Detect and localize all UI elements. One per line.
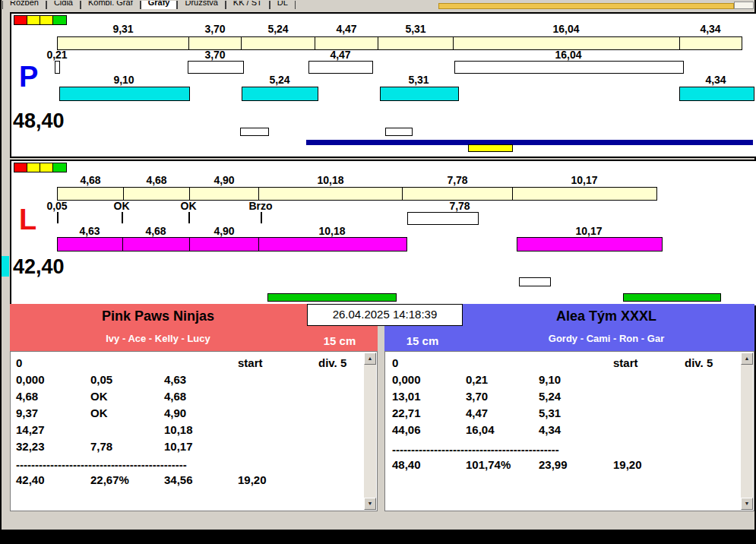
- lane-time-label: 4,68: [80, 174, 100, 186]
- table-cell: OK: [90, 406, 108, 419]
- table-total-split: 19,20: [613, 458, 642, 471]
- table-cell: 32,23: [16, 440, 45, 453]
- table-cell: 44,06: [392, 423, 421, 436]
- team-left-name: Pink Paws Ninjas: [102, 308, 214, 324]
- table-cell: 4,90: [164, 406, 186, 419]
- table-cell: 10,17: [164, 440, 193, 453]
- green-bar: [267, 293, 397, 302]
- white-marker: [240, 128, 269, 136]
- lane-letter-l: L: [19, 205, 36, 234]
- table-cell: 0,21: [466, 373, 488, 386]
- table-total-time: 48,40: [392, 458, 421, 471]
- runner-bar-magenta: [122, 237, 191, 251]
- lane-segment: [378, 37, 454, 49]
- table-total-time: 42,40: [16, 473, 45, 486]
- lane-time-label: 4,47: [336, 23, 356, 35]
- lane-segment: [680, 37, 742, 49]
- top-right-box: [734, 2, 754, 9]
- tick-mark: [261, 212, 262, 223]
- lane-total-p: 48,40: [13, 111, 65, 131]
- lane-time-label: 9,31: [112, 23, 133, 35]
- team-left-members: Ivy - Ace - Kelly - Lucy: [106, 333, 210, 344]
- table-cell: 9,10: [539, 373, 561, 386]
- split-bar: [55, 61, 60, 74]
- table-cell: 9,37: [16, 406, 38, 419]
- table-total-split: 19,20: [238, 473, 267, 486]
- start-light-green: [52, 15, 67, 25]
- graph-panel-p: 9,31 3,70 5,24 4,47 5,31 16,04 4,34 0,21…: [10, 12, 756, 158]
- lane-segment: [259, 188, 403, 200]
- team-left-hurdle-height: 15 cm: [324, 334, 356, 347]
- scroll-down-button[interactable]: ▼: [364, 498, 376, 510]
- lane-segment: [58, 37, 189, 49]
- team-left-table: 0 start div. 5 0,000 0,05 4,63 4,68 OK 4…: [10, 351, 378, 511]
- tab-bar: Rozběh Čidla Kombi. Graf Grafy Družstva …: [2, 1, 458, 9]
- tab-kombi-graf[interactable]: Kombi. Graf: [81, 1, 141, 9]
- runner-time-label: 4,90: [214, 225, 234, 237]
- lane-time-label: 7,78: [447, 174, 467, 186]
- lane-letter-p: P: [19, 62, 38, 91]
- table-cell: 16,04: [466, 423, 495, 436]
- runner-bar-magenta: [57, 237, 124, 251]
- table-total-sum: 23,99: [539, 458, 568, 471]
- tab-kk-st[interactable]: KK / ST: [226, 1, 270, 9]
- team-right-hurdle-height: 15 cm: [406, 334, 439, 347]
- scroll-up-button[interactable]: ▲: [741, 353, 753, 365]
- runner-time-label: 10,18: [318, 225, 345, 237]
- team-right-members: Gordy - Cami - Ron - Gar: [549, 333, 664, 344]
- lane-segment: [242, 37, 315, 49]
- runner-bar-cyan: [242, 87, 318, 101]
- split-bar: [308, 61, 373, 74]
- green-bar: [623, 293, 721, 302]
- tab-cidla[interactable]: Čidla: [46, 1, 81, 9]
- runner-time-label: 4,63: [79, 225, 100, 237]
- team-right-table: 0 start div. 5 0,000 0,21 9,10 13,01 3,7…: [384, 351, 754, 511]
- tab-dl[interactable]: DL: [270, 1, 296, 9]
- lane-time-label: 4,90: [214, 174, 234, 186]
- table-cell: 14,27: [16, 423, 45, 436]
- table-cell: 4,63: [164, 373, 186, 386]
- tab-grafy[interactable]: Grafy: [141, 1, 178, 9]
- lane-segment: [190, 188, 259, 200]
- table-cell: 10,18: [164, 423, 193, 436]
- table-cell: 0,000: [392, 373, 421, 386]
- scroll-up-icon: ▲: [745, 356, 750, 361]
- tick-mark: [188, 212, 190, 223]
- table-total-percent: 22,67%: [90, 473, 129, 486]
- lane-time-label: 10,18: [317, 174, 343, 186]
- split-time-label: 3,70: [204, 49, 225, 61]
- lane-time-label: 16,04: [552, 23, 579, 35]
- lane-bar-l: [57, 187, 657, 201]
- tab-rozbeh[interactable]: Rozběh: [2, 1, 46, 9]
- lane-time-label: 10,17: [571, 174, 597, 186]
- scroll-down-button[interactable]: ▼: [741, 498, 753, 510]
- table-cell: 5,31: [539, 406, 561, 419]
- split-time-label: 0,21: [46, 49, 67, 61]
- table-total-percent: 101,74%: [466, 458, 511, 471]
- lane-segment: [315, 37, 378, 49]
- tick-mark: [122, 212, 123, 223]
- table-cell: 4,68: [16, 390, 38, 403]
- lane-segment: [403, 188, 513, 200]
- lane-time-label: 4,34: [700, 23, 720, 35]
- lane-segment: [124, 188, 190, 200]
- table-header-div: div. 5: [685, 356, 713, 369]
- table-separator: ----------------------------------------…: [16, 458, 187, 471]
- scroll-down-icon: ▼: [745, 501, 750, 506]
- yellow-marker: [468, 144, 513, 152]
- tick-mark: [57, 212, 59, 223]
- tab-druzstva[interactable]: Družstva: [177, 1, 225, 9]
- table-cell: 4,68: [164, 390, 186, 403]
- graph-panel-l: 4,68 4,68 4,90 10,18 7,78 10,17 0,05 OK …: [10, 160, 756, 307]
- scrollbar[interactable]: ▲ ▼: [741, 353, 753, 510]
- scroll-up-button[interactable]: ▲: [364, 353, 376, 365]
- runner-time-label: 4,34: [705, 74, 726, 86]
- runner-bar-cyan: [380, 87, 459, 101]
- timestamp: 26.04.2025 14:18:39: [333, 308, 438, 321]
- scrollbar[interactable]: ▲ ▼: [364, 353, 376, 510]
- white-marker: [519, 277, 551, 286]
- split-bar: [454, 61, 684, 74]
- lane-segment: [513, 188, 656, 200]
- runner-bar-magenta: [517, 237, 663, 251]
- lane-time-label: 5,24: [267, 23, 288, 35]
